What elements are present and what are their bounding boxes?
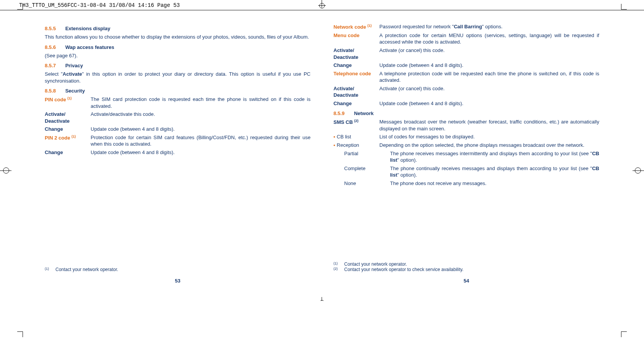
definition-row: Activate/ DeactivateActivate/deactivate … xyxy=(45,111,311,124)
footnote: (1)Contact your network operator. xyxy=(45,267,311,272)
footnotes-left: (1)Contact your network operator. xyxy=(45,255,311,272)
definition-row: Activate/ DeactivateActivate (or cancel)… xyxy=(333,47,599,60)
definition-desc: Update code (between 4 and 8 digits). xyxy=(91,126,311,133)
definition-term: Change xyxy=(45,149,91,156)
definition-row: Activate/ DeactivateActivate (or cancel)… xyxy=(333,85,599,99)
definition-desc: Update code (between 4 and 8 digits). xyxy=(379,100,599,107)
definition-row: •CB listList of codes for messages to be… xyxy=(333,133,599,140)
page-53: 8.5.5 Extensions display This function a… xyxy=(45,22,311,289)
crop-mark-bottom-icon xyxy=(318,297,326,301)
definition-row: PartialThe phone receives messages inter… xyxy=(333,150,599,164)
section-title: Security xyxy=(65,88,85,94)
footnote-marker: (1) xyxy=(333,261,340,267)
crop-corner-icon xyxy=(621,4,627,10)
definition-row: NoneThe phone does not receive any messa… xyxy=(333,180,599,187)
bullet-icon: • xyxy=(333,142,335,148)
definition-row: •ReceptionDepending on the option select… xyxy=(333,142,599,149)
section-8-5-7-body: Select "Activate" in this option in orde… xyxy=(45,71,311,84)
definition-row: PIN code (1)The SIM card protection code… xyxy=(45,96,311,109)
section-number: 8.5.8 xyxy=(45,88,64,94)
section-8-5-5-head: 8.5.5 Extensions display xyxy=(45,26,311,31)
definition-row: ChangeUpdate code (between 4 and 8 digit… xyxy=(333,100,599,107)
definition-row: ChangeUpdate code (between 4 and 8 digit… xyxy=(45,149,311,156)
definition-row: Menu codeA protection code for certain M… xyxy=(333,32,599,45)
definition-term: PIN code (1) xyxy=(45,96,91,109)
definition-row: Network code (1)Password requested for n… xyxy=(333,23,599,31)
footnote-marker: (2) xyxy=(333,267,340,272)
section-number: 8.5.7 xyxy=(45,63,64,68)
definition-term: Activate/ Deactivate xyxy=(333,47,379,60)
crop-mark-right-icon xyxy=(633,165,644,176)
footnote-text: Contact your network operator. xyxy=(55,267,118,272)
section-8-5-6-head: 8.5.6 Wap access features xyxy=(45,44,311,50)
definition-row: ChangeUpdate code (between 4 and 8 digit… xyxy=(45,126,311,133)
section-title: Extensions display xyxy=(65,26,111,31)
bullet-icon: • xyxy=(333,134,335,140)
definition-desc: Activate/deactivate this code. xyxy=(91,111,311,124)
definition-term: Menu code xyxy=(333,32,379,45)
header-text: TH3_TTTO_UM_556FCC-31-08-04 31/08/04 14:… xyxy=(19,2,180,8)
section-title: Privacy xyxy=(65,63,83,68)
section-number: 8.5.9 xyxy=(333,110,353,116)
text-bold: Activate xyxy=(63,71,82,77)
section-8-5-8-head: 8.5.8 Security xyxy=(45,88,311,94)
crop-mark-top xyxy=(318,0,326,8)
footnote-text: Contact your network operator to check s… xyxy=(344,267,463,272)
definition-row: PIN 2 code (1)Protection code for certai… xyxy=(45,134,311,148)
definition-desc: Activate (or cancel) this code. xyxy=(379,85,599,99)
definition-desc: Depending on the option selected, the ph… xyxy=(379,142,599,149)
section-8-5-5-body: This function allows you to choose wheth… xyxy=(45,34,311,41)
page-54: Network code (1)Password requested for n… xyxy=(333,22,599,289)
definition-term: •Reception xyxy=(333,142,379,149)
text: " in this option in order to protect you… xyxy=(45,71,311,84)
definition-desc: A protection code for certain MENU optio… xyxy=(379,32,599,45)
definition-term: Activate/ Deactivate xyxy=(333,85,379,99)
definition-desc: Update code (between 4 and 8 digits). xyxy=(91,149,311,156)
definition-term: Change xyxy=(333,62,379,69)
section-number: 8.5.5 xyxy=(45,26,64,31)
definition-term: Network code (1) xyxy=(333,23,379,31)
definition-desc: The phone receives messages intermittent… xyxy=(390,150,599,164)
definition-row: SMS CB (2)Messages broadcast over the ne… xyxy=(333,119,599,132)
page-spread: 8.5.5 Extensions display This function a… xyxy=(29,10,615,289)
section-title: Network xyxy=(354,110,374,116)
definition-row: CompleteThe phone continually receives m… xyxy=(333,165,599,179)
page-number: 54 xyxy=(333,272,599,289)
definition-term: SMS CB (2) xyxy=(333,119,379,132)
definition-desc: List of codes for messages to be display… xyxy=(379,133,599,140)
definition-term: Activate/ Deactivate xyxy=(45,111,91,124)
footnote-marker: (1) xyxy=(45,267,52,272)
section-8-5-9-head: 8.5.9 Network xyxy=(333,110,599,116)
definition-term: Complete xyxy=(333,165,390,179)
section-8-5-7-head: 8.5.7 Privacy xyxy=(45,63,311,68)
section-8-5-6-body: (See page 67). xyxy=(45,52,311,59)
definition-row: Telephone codeA telephone protection cod… xyxy=(333,70,599,84)
crop-mark-left-icon xyxy=(0,165,11,176)
footnote: (1)Contact your network operator. xyxy=(333,261,599,267)
page-number: 53 xyxy=(45,272,311,289)
definition-term: Change xyxy=(45,126,91,133)
definition-desc: Password requested for network "Call Bar… xyxy=(379,23,599,31)
definition-term: Partial xyxy=(333,150,390,164)
definition-desc: The SIM card protection code is requeste… xyxy=(91,96,311,109)
definition-row: ChangeUpdate code (between 4 and 8 digit… xyxy=(333,62,599,69)
crop-corner-icon xyxy=(17,4,23,10)
footnote: (2)Contact your network operator to chec… xyxy=(333,267,599,272)
print-header: TH3_TTTO_UM_556FCC-31-08-04 31/08/04 14:… xyxy=(0,0,644,10)
section-title: Wap access features xyxy=(65,44,114,50)
definition-desc: The phone continually receives messages … xyxy=(390,165,599,179)
definition-desc: Update code (between 4 and 8 digits). xyxy=(379,62,599,69)
footnote-text: Contact your network operator. xyxy=(344,261,407,267)
definition-desc: A telephone protection code will be requ… xyxy=(379,70,599,84)
definition-desc: Activate (or cancel) this code. xyxy=(379,47,599,60)
definition-term: •CB list xyxy=(333,133,379,140)
definition-term: None xyxy=(333,180,390,187)
text: Select " xyxy=(45,71,63,77)
definition-desc: The phone does not receive any messages. xyxy=(390,180,599,187)
section-number: 8.5.6 xyxy=(45,44,64,50)
footnotes-right: (1)Contact your network operator.(2)Cont… xyxy=(333,250,599,272)
definition-desc: Protection code for certain SIM card fea… xyxy=(91,134,311,148)
definition-term: Telephone code xyxy=(333,70,379,84)
definition-term: Change xyxy=(333,100,379,107)
definition-desc: Messages broadcast over the network (wea… xyxy=(379,119,599,132)
